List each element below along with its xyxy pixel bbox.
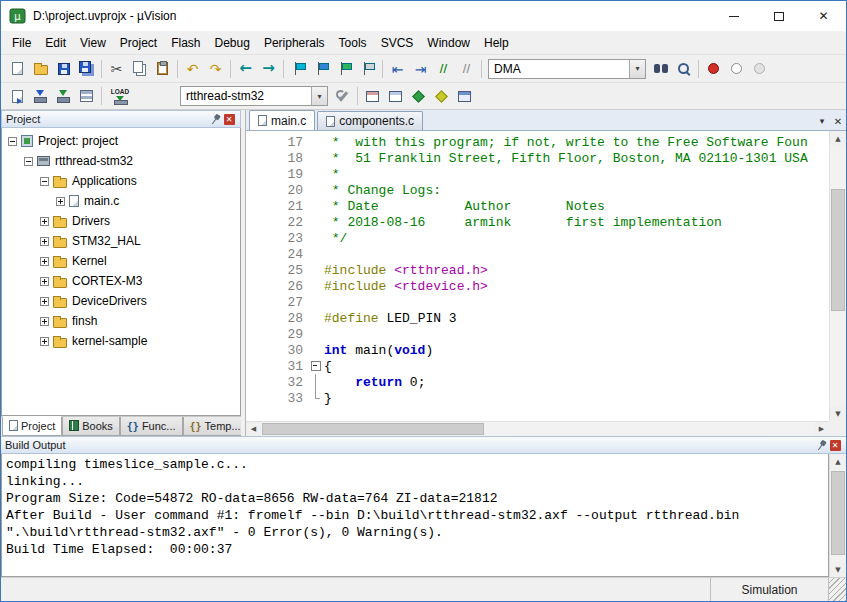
vertical-scroll-thumb[interactable] <box>831 471 845 555</box>
editor-horizontal-scrollbar[interactable]: ◀ ▶ <box>246 421 829 436</box>
search-button[interactable] <box>672 58 695 80</box>
redo-button[interactable]: ↷ <box>204 58 227 80</box>
editor-vertical-scrollbar[interactable]: ▲ ▼ <box>829 131 846 421</box>
expand-icon[interactable] <box>40 277 49 286</box>
scroll-up-icon[interactable]: ▲ <box>830 131 846 146</box>
paste-button[interactable] <box>151 58 174 80</box>
rebuild-button[interactable] <box>52 85 75 107</box>
flash-download-button[interactable]: LOAD <box>105 85 135 107</box>
manage-rte-button[interactable] <box>407 85 430 107</box>
tree-item-stm32-hal[interactable]: STM32_HAL <box>2 231 240 251</box>
undo-button[interactable]: ↶ <box>181 58 204 80</box>
horizontal-scroll-thumb[interactable] <box>262 423 484 435</box>
tree-item-finsh[interactable]: finsh <box>2 311 240 331</box>
maximize-button[interactable] <box>756 1 801 31</box>
navigate-back-button[interactable]: ← <box>234 58 257 80</box>
build-output-close-button[interactable]: ✕ <box>828 438 842 452</box>
collapse-icon[interactable] <box>8 137 17 146</box>
menu-item-file[interactable]: File <box>5 33 38 53</box>
menu-item-debug[interactable]: Debug <box>208 33 257 53</box>
panel-tab-temp[interactable]: {}Temp... <box>183 417 248 436</box>
tree-item-rtthread-stm32[interactable]: rtthread-stm32 <box>2 151 240 171</box>
tree-item-kernel[interactable]: Kernel <box>2 251 240 271</box>
expand-icon[interactable] <box>40 297 49 306</box>
outdent-button[interactable]: ⇤ <box>386 58 409 80</box>
expand-icon[interactable] <box>40 237 49 246</box>
panel-tab-books[interactable]: Books <box>62 417 120 436</box>
breakpoint-clear-button[interactable] <box>748 58 771 80</box>
new-file-button[interactable] <box>6 58 29 80</box>
bookmark-next-button[interactable] <box>333 58 356 80</box>
scroll-down-icon[interactable]: ▼ <box>830 406 846 421</box>
file-extensions-button[interactable] <box>384 85 407 107</box>
menu-item-edit[interactable]: Edit <box>38 33 73 53</box>
menu-item-view[interactable]: View <box>73 33 113 53</box>
find-in-files-button[interactable] <box>649 58 672 80</box>
pack-installer-button[interactable] <box>430 85 453 107</box>
project-pin-button[interactable] <box>208 112 222 126</box>
menu-item-window[interactable]: Window <box>420 33 477 53</box>
uncomment-button[interactable]: // <box>455 58 478 80</box>
fold-collapse-icon[interactable] <box>308 358 324 374</box>
expand-icon[interactable] <box>40 337 49 346</box>
save-all-button[interactable] <box>75 58 98 80</box>
tree-item-cortex-m3[interactable]: CORTEX-M3 <box>2 271 240 291</box>
vertical-scroll-thumb[interactable] <box>831 189 845 311</box>
tab-list-button[interactable]: ▾ <box>814 112 830 130</box>
scroll-down-icon[interactable]: ▼ <box>830 562 846 577</box>
collapse-icon[interactable] <box>40 177 49 186</box>
tree-item-devicedrivers[interactable]: DeviceDrivers <box>2 291 240 311</box>
menu-item-peripherals[interactable]: Peripherals <box>257 33 332 53</box>
menu-item-help[interactable]: Help <box>477 33 516 53</box>
menu-item-project[interactable]: Project <box>113 33 164 53</box>
tree-item-kernel-sample[interactable]: kernel-sample <box>2 331 240 351</box>
tree-item-main-c[interactable]: main.c <box>2 191 240 211</box>
manage-components-button[interactable] <box>361 85 384 107</box>
options-for-target-button[interactable] <box>331 85 354 107</box>
window-layout-button[interactable] <box>453 85 476 107</box>
scroll-left-icon[interactable]: ◀ <box>246 422 261 436</box>
expand-icon[interactable] <box>56 197 65 206</box>
menu-item-flash[interactable]: Flash <box>164 33 207 53</box>
copy-button[interactable] <box>128 58 151 80</box>
breakpoint-disable-button[interactable] <box>725 58 748 80</box>
bookmark-toggle-button[interactable] <box>287 58 310 80</box>
chevron-down-icon[interactable]: ▾ <box>311 87 327 105</box>
tree-item-drivers[interactable]: Drivers <box>2 211 240 231</box>
panel-tab-func[interactable]: {}Func... <box>120 417 183 436</box>
menu-item-tools[interactable]: Tools <box>332 33 374 53</box>
cut-button[interactable]: ✂ <box>105 58 128 80</box>
document-close-button[interactable]: ✕ <box>830 112 846 130</box>
tree-item-applications[interactable]: Applications <box>2 171 240 191</box>
breakpoint-insert-button[interactable] <box>702 58 725 80</box>
expand-icon[interactable] <box>40 317 49 326</box>
find-text-combo[interactable]: DMA▾ <box>488 59 646 79</box>
comment-button[interactable]: // <box>432 58 455 80</box>
collapse-icon[interactable] <box>24 157 33 166</box>
close-button[interactable]: ✕ <box>801 1 846 31</box>
indent-button[interactable]: ⇥ <box>409 58 432 80</box>
scroll-right-icon[interactable]: ▶ <box>814 422 829 436</box>
target-select-combo[interactable]: rtthread-stm32▾ <box>180 86 328 106</box>
editor-tab-main-c[interactable]: main.c <box>249 110 315 130</box>
build-output-scrollbar[interactable]: ▲ ▼ <box>829 454 846 577</box>
code-editor[interactable]: 17 * with this program; if not, write to… <box>246 131 829 421</box>
bookmark-clear-button[interactable] <box>356 58 379 80</box>
expand-icon[interactable] <box>40 217 49 226</box>
tree-item-project-project[interactable]: Project: project <box>2 131 240 151</box>
translate-button[interactable] <box>6 85 29 107</box>
minimize-button[interactable] <box>711 1 756 31</box>
menu-item-svcs[interactable]: SVCS <box>374 33 421 53</box>
panel-tab-project[interactable]: Project <box>2 416 62 436</box>
batch-build-button[interactable] <box>75 85 98 107</box>
resize-grip[interactable] <box>828 578 846 601</box>
editor-tab-components-c[interactable]: components.c <box>317 111 423 130</box>
build-output-pin-button[interactable] <box>814 438 828 452</box>
navigate-forward-button[interactable]: → <box>257 58 280 80</box>
expand-icon[interactable] <box>40 257 49 266</box>
build-button[interactable] <box>29 85 52 107</box>
project-panel-close-button[interactable]: ✕ <box>222 112 236 126</box>
chevron-down-icon[interactable]: ▾ <box>629 60 645 78</box>
bookmark-prev-button[interactable] <box>310 58 333 80</box>
open-folder-button[interactable] <box>29 58 52 80</box>
